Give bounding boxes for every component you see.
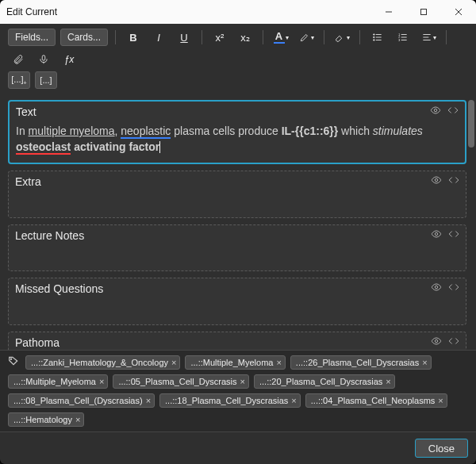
tag-text: ...::18_Plasma_Cell_Dyscrasias: [165, 396, 288, 405]
toggle-visibility-icon[interactable]: [431, 228, 442, 243]
separator: [446, 30, 447, 44]
alignment-button[interactable]: ▾: [418, 29, 439, 46]
toggle-html-icon[interactable]: [448, 228, 459, 243]
field-header: Extra: [9, 171, 466, 190]
field-label: Missed Questions: [15, 282, 103, 295]
close-window-button[interactable]: [441, 0, 476, 24]
highlight-button[interactable]: ▾: [296, 29, 317, 46]
field-header: Lecture Notes: [9, 225, 466, 244]
field-label: Lecture Notes: [15, 229, 84, 242]
tag-remove-icon[interactable]: ×: [240, 377, 245, 386]
field-missed-questions: Missed Questions: [8, 278, 466, 325]
superscript-button[interactable]: x²: [209, 29, 230, 46]
tag-remove-icon[interactable]: ×: [171, 358, 176, 367]
field-label: Text: [16, 105, 36, 118]
toggle-html-icon[interactable]: [448, 174, 459, 189]
minimize-button[interactable]: [371, 0, 406, 24]
tag-chip[interactable]: ...::Zanki_Hematology_&_Oncology×: [25, 355, 180, 370]
tag-chip[interactable]: ...::05_Plasma_Cell_Dyscrasis×: [113, 374, 249, 389]
field-text: TextIn multiple myeloma, neoplastic plas…: [8, 100, 466, 164]
tag-remove-icon[interactable]: ×: [422, 358, 427, 367]
tag-chip[interactable]: ...::Multiple_Myeloma×: [8, 374, 108, 389]
toggle-html-icon[interactable]: [447, 105, 459, 119]
fields-container: TextIn multiple myeloma, neoplastic plas…: [0, 94, 476, 350]
tag-remove-icon[interactable]: ×: [438, 396, 443, 405]
text-color-button[interactable]: A ▾: [271, 29, 291, 46]
svg-rect-19: [42, 56, 45, 60]
subscript-button[interactable]: x₂: [235, 29, 255, 46]
field-input[interactable]: In multiple myeloma, neoplastic plasma c…: [10, 121, 465, 163]
attach-button[interactable]: [8, 51, 29, 68]
tag-text: ...::05_Plasma_Cell_Dyscrasis: [118, 377, 236, 386]
svg-text:3: 3: [398, 39, 400, 42]
cloze-new-button[interactable]: [...]+: [8, 71, 30, 89]
tag-text: ...::Multiple_Myeloma: [13, 377, 96, 386]
titlebar: Edit Current: [0, 0, 476, 24]
tag-text: ...::Hematology: [13, 415, 72, 424]
tag-remove-icon[interactable]: ×: [146, 396, 151, 405]
separator: [359, 30, 360, 44]
bold-button[interactable]: B: [123, 29, 144, 46]
tag-chip[interactable]: ...::26_Plasma_Cell_Dyscrasias×: [290, 355, 432, 370]
record-audio-button[interactable]: [33, 51, 54, 68]
separator: [115, 30, 116, 44]
toggle-visibility-icon[interactable]: [431, 282, 442, 296]
field-label: Pathoma: [15, 336, 60, 349]
tag-chip[interactable]: ...::20_Plasma_Cell_Dyscrasias×: [254, 374, 395, 389]
field-input[interactable]: [9, 244, 466, 271]
tag-chip[interactable]: ...::08_Plasma_Cell_(Dyscrasias)×: [8, 393, 155, 408]
toggle-html-icon[interactable]: [448, 282, 459, 296]
toggle-visibility-icon[interactable]: [431, 336, 442, 350]
svg-point-21: [435, 178, 438, 182]
field-input[interactable]: [9, 297, 466, 324]
editor-toolbar: Fields... Cards... B I U x² x₂ A ▾ ▾ ▾: [0, 24, 476, 70]
unordered-list-button[interactable]: [367, 29, 388, 46]
ordered-list-button[interactable]: 123: [393, 29, 413, 46]
field-lecture-notes: Lecture Notes: [8, 224, 466, 272]
svg-point-25: [11, 359, 12, 359]
cloze-toolbar: [...]+ [...]: [0, 70, 476, 94]
tag-remove-icon[interactable]: ×: [75, 415, 80, 424]
tag-text: ...::Multiple_Myeloma: [190, 358, 273, 367]
italic-button[interactable]: I: [148, 29, 169, 46]
maximize-button[interactable]: [406, 0, 441, 24]
svg-rect-1: [421, 10, 427, 15]
tag-remove-icon[interactable]: ×: [291, 396, 296, 405]
dialog-footer: Close: [0, 431, 476, 464]
window-title: Edit Current: [6, 6, 371, 17]
close-button[interactable]: Close: [415, 439, 468, 458]
tag-remove-icon[interactable]: ×: [386, 377, 390, 386]
field-pathoma: Pathoma: [8, 332, 466, 350]
svg-point-6: [374, 36, 374, 37]
tag-chip[interactable]: ...::Hematology×: [8, 412, 84, 427]
tag-chip[interactable]: ...::04_Plasma_Cell_Neoplasms×: [305, 393, 447, 408]
tag-text: ...::08_Plasma_Cell_(Dyscrasias): [13, 396, 143, 405]
tag-chip[interactable]: ...::Multiple_Myeloma×: [185, 355, 285, 370]
tag-text: ...::26_Plasma_Cell_Dyscrasias: [296, 358, 419, 367]
toggle-html-icon[interactable]: [448, 336, 459, 350]
field-header: Pathoma: [9, 332, 466, 350]
field-input[interactable]: [9, 190, 466, 217]
tag-remove-icon[interactable]: ×: [99, 377, 104, 386]
svg-point-23: [435, 286, 438, 290]
toggle-visibility-icon[interactable]: [430, 105, 441, 119]
underline-button[interactable]: U: [174, 29, 194, 46]
svg-point-8: [374, 40, 374, 40]
tag-remove-icon[interactable]: ×: [276, 358, 281, 367]
field-header: Missed Questions: [9, 278, 466, 297]
toggle-visibility-icon[interactable]: [431, 174, 442, 189]
tag-icon: [8, 355, 19, 370]
equation-button[interactable]: ƒx: [59, 51, 79, 68]
svg-point-22: [435, 232, 438, 236]
fields-button[interactable]: Fields...: [8, 29, 56, 46]
tag-chip[interactable]: ...::18_Plasma_Cell_Dyscrasias×: [159, 393, 301, 408]
separator: [202, 30, 202, 44]
cards-button[interactable]: Cards...: [60, 29, 108, 46]
cloze-same-button[interactable]: [...]: [35, 71, 57, 89]
edit-current-window: Edit Current Fields... Cards... B I U x²…: [0, 0, 476, 464]
field-label: Extra: [15, 175, 41, 188]
svg-point-24: [435, 339, 438, 343]
eraser-button[interactable]: ▾: [332, 29, 352, 46]
scrollbar-thumb[interactable]: [468, 100, 474, 148]
tag-strip[interactable]: ...::Zanki_Hematology_&_Oncology×...::Mu…: [0, 350, 476, 431]
